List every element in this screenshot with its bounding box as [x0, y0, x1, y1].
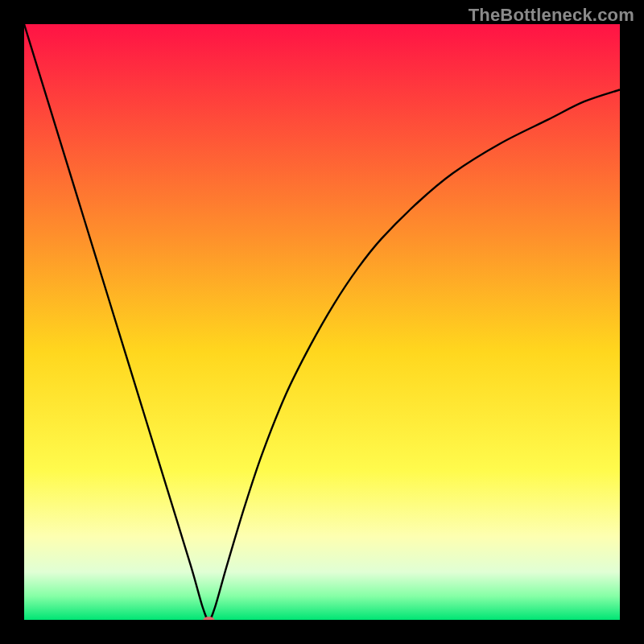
bottleneck-chart	[24, 24, 620, 620]
watermark-text: TheBottleneck.com	[469, 5, 634, 26]
chart-background	[24, 24, 620, 620]
chart-frame: TheBottleneck.com	[0, 0, 644, 644]
